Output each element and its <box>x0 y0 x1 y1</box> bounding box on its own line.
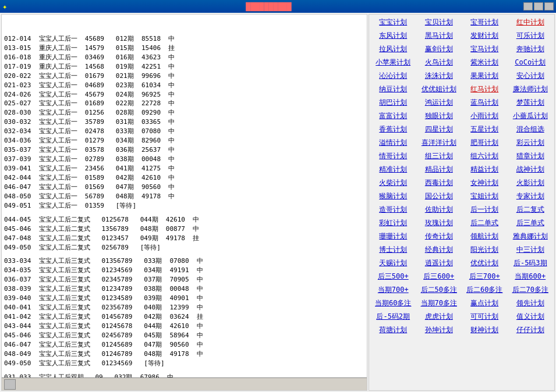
right-item-87[interactable]: 领先计划 <box>508 297 554 310</box>
right-item-73[interactable]: 逍遥计划 <box>416 256 462 270</box>
maximize-button[interactable] <box>534 2 543 10</box>
right-item-45[interactable]: 精品计划 <box>416 163 462 176</box>
right-item-59[interactable]: 后二复式 <box>508 203 554 216</box>
right-item-84[interactable]: 当期60多注 <box>370 297 416 310</box>
right-item-6[interactable]: 发财计划 <box>462 29 508 42</box>
right-item-35[interactable]: 混合组选 <box>508 123 554 136</box>
right-item-19[interactable]: 安心计划 <box>508 69 554 83</box>
right-item-8[interactable]: 拉风计划 <box>370 42 416 56</box>
right-item-79[interactable]: 当期600+ <box>508 270 554 283</box>
right-item-56[interactable]: 造哥计划 <box>370 203 416 216</box>
right-item-74[interactable]: 优优计划 <box>462 256 508 270</box>
right-item-66[interactable]: 领航计划 <box>462 230 508 243</box>
right-item-17[interactable]: 洙洙计划 <box>416 69 462 83</box>
right-item-54[interactable]: 宝姐计划 <box>462 190 508 203</box>
right-item-31[interactable]: 小薔瓜计划 <box>508 109 554 123</box>
right-item-50[interactable]: 女神计划 <box>462 176 508 190</box>
right-item-44[interactable]: 精准计划 <box>370 163 416 176</box>
right-item-62[interactable]: 后二单式 <box>462 216 508 230</box>
right-item-47[interactable]: 战神计划 <box>508 163 554 176</box>
right-item-7[interactable]: 可乐计划 <box>508 29 554 42</box>
right-item-65[interactable]: 传奇计划 <box>416 230 462 243</box>
right-item-92[interactable]: 荷塘计划 <box>370 323 416 337</box>
right-item-64[interactable]: 珊珊计划 <box>370 230 416 243</box>
right-item-46[interactable]: 精益计划 <box>462 163 508 176</box>
right-item-4[interactable]: 东风计划 <box>370 29 416 42</box>
left-content[interactable]: 012-014 宝宝人工后一 45689 012期 85518 中 013-01… <box>2 15 367 377</box>
right-item-78[interactable]: 后三700+ <box>462 270 508 283</box>
right-item-39[interactable]: 彩云计划 <box>508 136 554 149</box>
right-item-60[interactable]: 彩虹计划 <box>370 216 416 230</box>
right-item-37[interactable]: 喜洋洋计划 <box>416 136 462 149</box>
right-item-91[interactable]: 值义计划 <box>508 310 554 323</box>
right-item-10[interactable]: 宝马计划 <box>462 42 508 56</box>
right-item-29[interactable]: 独眼计划 <box>416 109 462 123</box>
right-item-89[interactable]: 虎虎计划 <box>416 310 462 323</box>
right-item-13[interactable]: 火鸟计划 <box>416 56 462 69</box>
right-item-20[interactable]: 纳豆计划 <box>370 83 416 96</box>
right-item-9[interactable]: 赢剑计划 <box>416 42 462 56</box>
right-item-11[interactable]: 奔驰计划 <box>508 42 554 56</box>
right-item-77[interactable]: 后三600+ <box>416 270 462 283</box>
right-item-52[interactable]: 猴脑计划 <box>370 190 416 203</box>
right-item-80[interactable]: 当期700+ <box>370 283 416 297</box>
right-item-68[interactable]: 博士计划 <box>370 243 416 256</box>
right-item-14[interactable]: 紫米计划 <box>462 56 508 69</box>
right-item-41[interactable]: 组三计划 <box>416 149 462 163</box>
right-item-1[interactable]: 宝贝计划 <box>416 16 462 29</box>
right-item-70[interactable]: 阳光计划 <box>462 243 508 256</box>
right-item-90[interactable]: 可可计划 <box>462 310 508 323</box>
right-item-21[interactable]: 优优姐计划 <box>416 83 462 96</box>
right-item-95[interactable]: 仔仔计划 <box>508 323 554 337</box>
right-item-51[interactable]: 火影计划 <box>508 176 554 190</box>
right-item-75[interactable]: 后-5码3期 <box>508 256 554 270</box>
right-item-3[interactable]: 红中计划 <box>508 16 554 29</box>
right-item-71[interactable]: 中三计划 <box>508 243 554 256</box>
right-item-55[interactable]: 专家计划 <box>508 190 554 203</box>
right-item-93[interactable]: 孙坤计划 <box>416 323 462 337</box>
right-item-57[interactable]: 佐助计划 <box>416 203 462 216</box>
right-item-82[interactable]: 后二60多注 <box>462 283 508 297</box>
right-item-40[interactable]: 情哥计划 <box>370 149 416 163</box>
right-item-43[interactable]: 猎章计划 <box>508 149 554 163</box>
right-item-32[interactable]: 香蕉计划 <box>370 123 416 136</box>
right-item-33[interactable]: 四星计划 <box>416 123 462 136</box>
right-item-5[interactable]: 黑马计划 <box>416 29 462 42</box>
right-item-26[interactable]: 蓝鸟计划 <box>462 96 508 109</box>
right-item-36[interactable]: 溢情计划 <box>370 136 416 149</box>
right-item-63[interactable]: 后三单式 <box>508 216 554 230</box>
close-button[interactable] <box>544 2 554 10</box>
right-item-0[interactable]: 宝宝计划 <box>370 16 416 29</box>
right-item-53[interactable]: 国公计划 <box>416 190 462 203</box>
right-item-28[interactable]: 富富计划 <box>370 109 416 123</box>
right-item-67[interactable]: 雅典娜计划 <box>508 230 554 243</box>
right-item-15[interactable]: CoCo计划 <box>508 56 554 69</box>
right-item-81[interactable]: 后二50多注 <box>416 283 462 297</box>
right-item-25[interactable]: 鸿运计划 <box>416 96 462 109</box>
right-item-72[interactable]: 天赐计划 <box>370 256 416 270</box>
right-item-88[interactable]: 后-5码2期 <box>370 310 416 323</box>
right-item-76[interactable]: 后三500+ <box>370 270 416 283</box>
right-item-27[interactable]: 梦莲计划 <box>508 96 554 109</box>
right-item-58[interactable]: 后一计划 <box>462 203 508 216</box>
right-item-85[interactable]: 当期70多注 <box>416 297 462 310</box>
right-item-16[interactable]: 沁沁计划 <box>370 69 416 83</box>
right-item-34[interactable]: 五星计划 <box>462 123 508 136</box>
right-item-24[interactable]: 胡巴计划 <box>370 96 416 109</box>
minimize-button[interactable] <box>523 2 533 10</box>
right-item-22[interactable]: 红马计划 <box>462 83 508 96</box>
right-item-18[interactable]: 果果计划 <box>462 69 508 83</box>
right-item-94[interactable]: 财神计划 <box>462 323 508 337</box>
right-item-12[interactable]: 小苹果计划 <box>370 56 416 69</box>
right-item-69[interactable]: 经典计划 <box>416 243 462 256</box>
right-item-49[interactable]: 西毒计划 <box>416 176 462 190</box>
right-item-86[interactable]: 赢点计划 <box>462 297 508 310</box>
right-item-38[interactable]: 肥哥计划 <box>462 136 508 149</box>
right-item-30[interactable]: 小雨计划 <box>462 109 508 123</box>
right-item-23[interactable]: 廉法师计划 <box>508 83 554 96</box>
right-item-2[interactable]: 宝哥计划 <box>462 16 508 29</box>
right-panel[interactable]: 宝宝计划宝贝计划宝哥计划红中计划东风计划黑马计划发财计划可乐计划拉风计划赢剑计划… <box>369 14 555 391</box>
right-item-48[interactable]: 火柴计划 <box>370 176 416 190</box>
right-item-42[interactable]: 组六计划 <box>462 149 508 163</box>
right-item-83[interactable]: 后二70多注 <box>508 283 554 297</box>
